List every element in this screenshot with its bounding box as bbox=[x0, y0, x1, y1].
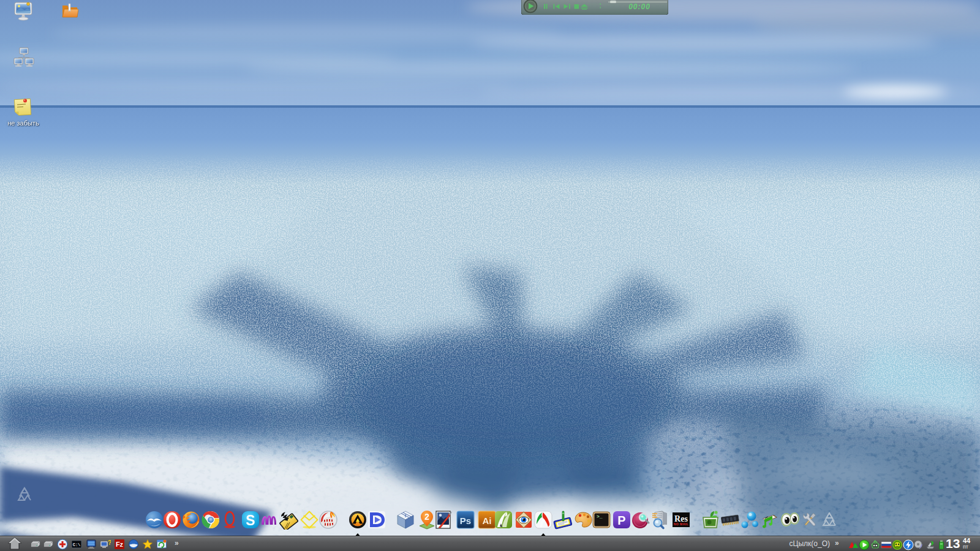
svg-text:S: S bbox=[246, 512, 255, 528]
svg-text:00:00: 00:00 bbox=[628, 2, 650, 11]
svg-text:Ps: Ps bbox=[460, 515, 471, 526]
svg-text:P: P bbox=[617, 514, 625, 527]
svg-text:>_: >_ bbox=[597, 514, 603, 519]
svg-text:Ai: Ai bbox=[483, 515, 492, 526]
svg-text:NO MAIL: NO MAIL bbox=[674, 522, 689, 526]
svg-text:C:\: C:\ bbox=[73, 542, 81, 547]
svg-text:2: 2 bbox=[424, 512, 429, 522]
svg-text:?: ? bbox=[108, 539, 111, 546]
svg-text:Fz: Fz bbox=[116, 541, 124, 548]
